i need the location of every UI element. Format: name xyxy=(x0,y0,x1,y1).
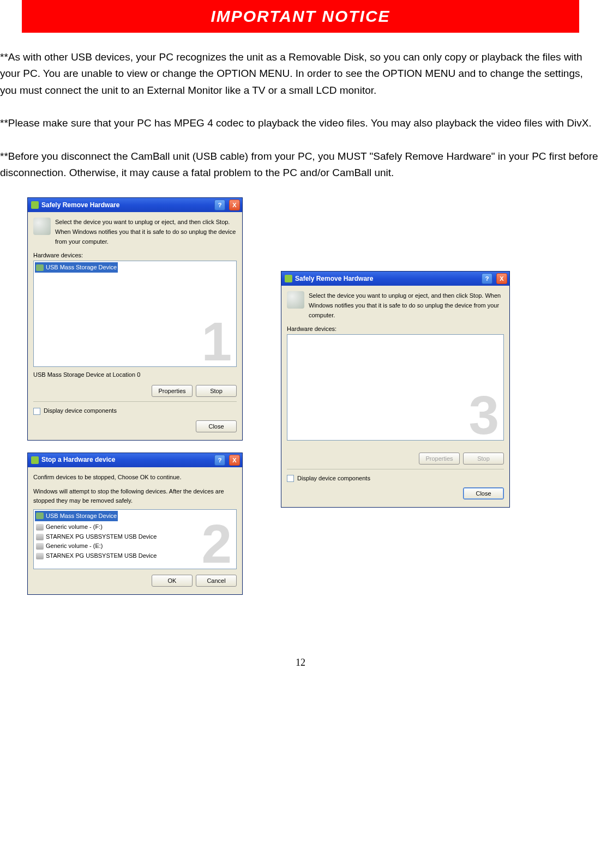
page-number: 12 xyxy=(0,655,601,671)
hardware-icon xyxy=(285,275,292,282)
device-listbox[interactable]: USB Mass Storage Device 1 xyxy=(33,261,237,367)
paragraph-2: **Please make sure that your PC has MPEG… xyxy=(0,115,601,131)
help-button[interactable]: ? xyxy=(214,455,225,466)
divider xyxy=(33,401,237,402)
close-dialog-button[interactable]: Close xyxy=(463,487,504,499)
step-number: 1 xyxy=(201,320,232,363)
checkbox-label: Display device components xyxy=(44,406,117,416)
dialog-title: Safely Remove Hardware xyxy=(295,274,479,284)
checkbox-label: Display device components xyxy=(297,474,370,484)
dialog-title: Safely Remove Hardware xyxy=(41,200,212,210)
instruction-text: Select the device you want to unplug or … xyxy=(55,218,237,246)
body-text: **As with other USB devices, your PC rec… xyxy=(0,49,601,181)
drive-icon xyxy=(36,524,44,531)
paragraph-3: **Before you disconnect the CamBall unit… xyxy=(0,148,601,182)
titlebar[interactable]: Safely Remove Hardware ? X xyxy=(281,272,509,286)
step-number: 2 xyxy=(201,522,232,565)
display-components-checkbox[interactable] xyxy=(33,408,40,415)
stop-button[interactable]: Stop xyxy=(196,385,237,397)
important-notice-banner: IMPORTANT NOTICE xyxy=(22,0,579,33)
close-button[interactable]: X xyxy=(229,200,240,210)
dialog-safely-remove-3: Safely Remove Hardware ? X Select the de… xyxy=(281,271,510,508)
dialog-stop-hardware: Stop a Hardware device ? X Confirm devic… xyxy=(27,453,243,595)
device-status: USB Mass Storage Device at Location 0 xyxy=(33,370,237,380)
close-dialog-button[interactable]: Close xyxy=(196,420,237,432)
info-icon xyxy=(287,291,304,309)
help-button[interactable]: ? xyxy=(214,200,225,210)
dialog-safely-remove-1: Safely Remove Hardware ? X Select the de… xyxy=(27,197,243,441)
device-listbox[interactable]: 3 xyxy=(287,334,504,441)
hardware-devices-label: Hardware devices: xyxy=(33,251,237,261)
ok-button[interactable]: OK xyxy=(152,575,193,587)
titlebar[interactable]: Stop a Hardware device ? X xyxy=(28,453,242,467)
usb-device-icon xyxy=(36,513,44,519)
info-icon xyxy=(33,218,51,235)
list-item-label: USB Mass Storage Device xyxy=(46,511,117,521)
paragraph-1: **As with other USB devices, your PC rec… xyxy=(0,49,601,99)
list-item-label: USB Mass Storage Device xyxy=(46,263,117,273)
hardware-devices-label: Hardware devices: xyxy=(287,324,504,334)
step-number: 3 xyxy=(468,393,499,437)
banner-text: IMPORTANT NOTICE xyxy=(211,7,390,25)
properties-button[interactable]: Properties xyxy=(419,453,460,465)
instruction-text: Select the device you want to unplug or … xyxy=(309,291,504,320)
stop-button[interactable]: Stop xyxy=(463,453,504,465)
usb-device-icon xyxy=(36,264,44,271)
hardware-icon xyxy=(31,201,39,209)
divider xyxy=(287,469,504,469)
confirm-text: Confirm devices to be stopped, Choose OK… xyxy=(33,473,237,483)
display-components-checkbox[interactable] xyxy=(287,475,294,482)
drive-icon xyxy=(36,553,44,559)
drive-icon xyxy=(36,534,44,540)
hardware-icon xyxy=(31,456,39,464)
close-button[interactable]: X xyxy=(496,273,507,284)
titlebar[interactable]: Safely Remove Hardware ? X xyxy=(28,198,242,212)
drive-icon xyxy=(36,543,44,550)
dialog-title: Stop a Hardware device xyxy=(41,455,212,465)
list-item: USB Mass Storage Device xyxy=(35,511,118,522)
stop-device-listbox[interactable]: USB Mass Storage Device Generic volume -… xyxy=(33,509,237,569)
dialogs-container: Safely Remove Hardware ? X Select the de… xyxy=(0,197,601,594)
cancel-button[interactable]: Cancel xyxy=(196,575,237,587)
help-button[interactable]: ? xyxy=(482,273,492,284)
properties-button[interactable]: Properties xyxy=(152,385,193,397)
list-item: USB Mass Storage Device xyxy=(35,262,118,273)
stop-explanation: Windows will attempt to stop the followi… xyxy=(33,487,237,506)
close-button[interactable]: X xyxy=(229,455,240,466)
